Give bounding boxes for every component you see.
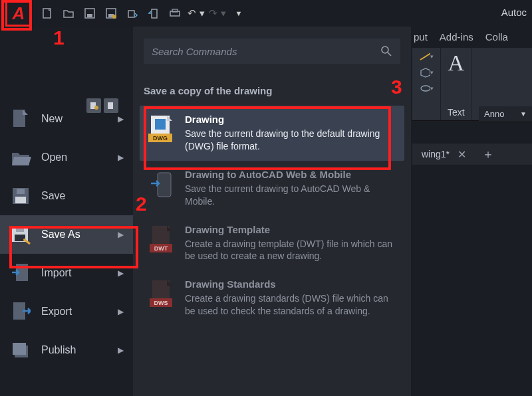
- document-tab[interactable]: wing1* ✕: [416, 146, 471, 163]
- menu-label: Export: [41, 306, 72, 318]
- section-tool-icon[interactable]: ▾: [419, 82, 434, 94]
- undo-icon[interactable]: ↶ ▾: [188, 5, 205, 22]
- document-tabs: wing1* ✕ ＋: [412, 144, 532, 165]
- submenu-list: DWG Drawing Save the current drawing to …: [133, 106, 411, 332]
- save-icon[interactable]: [81, 5, 98, 22]
- svg-rect-20: [16, 227, 24, 232]
- document-tab-label: wing1*: [422, 149, 450, 159]
- svg-rect-31: [155, 119, 166, 130]
- text-tool-icon[interactable]: A: [448, 50, 465, 76]
- line-tool-icon[interactable]: ▾: [419, 50, 434, 62]
- sub-item-title: Drawing Standards: [185, 278, 396, 290]
- chevron-right-icon: ▶: [118, 114, 124, 124]
- saveas-template[interactable]: DWT Drawing Template Create a drawing te…: [140, 216, 404, 271]
- quick-access-toolbar: A ↶ ▾ ↷ ▾ ▼: [0, 0, 532, 27]
- dwt-file-icon: DWT: [148, 224, 176, 256]
- tab-collaborate[interactable]: Colla: [485, 31, 508, 43]
- qat-dropdown-icon[interactable]: ▼: [230, 5, 247, 22]
- publish-icon: [9, 339, 32, 361]
- app-title-fragment: Autoc: [501, 7, 527, 18]
- saveas-drawing[interactable]: DWG Drawing Save the current drawing to …: [140, 106, 404, 161]
- submenu-header: Save a copy of the drawing: [144, 85, 400, 96]
- menu-export[interactable]: Export ▶: [0, 292, 133, 331]
- svg-rect-6: [128, 11, 134, 17]
- svg-line-27: [388, 52, 391, 56]
- menu-label: Publish: [41, 344, 76, 356]
- svg-rect-17: [17, 189, 25, 194]
- chevron-right-icon: ▶: [118, 307, 124, 316]
- menu-import[interactable]: Import ▶: [0, 254, 133, 292]
- chevron-right-icon: ▶: [118, 230, 124, 239]
- svg-line-10: [420, 53, 430, 60]
- svg-point-26: [382, 47, 388, 53]
- menu-label: Save As: [41, 229, 80, 241]
- svg-text:DWT: DWT: [154, 245, 168, 252]
- saveas-standards[interactable]: DWS Drawing Standards Create a drawing s…: [140, 270, 404, 326]
- dws-file-icon: DWS: [148, 278, 176, 310]
- cloud-save-icon[interactable]: [124, 5, 141, 22]
- application-menu: New ▶ Open ▶ Save Save As ▶ Import ▶ Exp…: [0, 27, 411, 396]
- sub-item-title: Drawing Template: [185, 224, 396, 235]
- tab-output[interactable]: put: [414, 31, 428, 43]
- sub-item-desc: Create a drawing template (DWT) file in …: [185, 238, 396, 263]
- search-placeholder: Search Commands: [152, 46, 237, 57]
- menu-open[interactable]: Open ▶: [0, 138, 133, 177]
- floppy-saveas-icon: [9, 223, 32, 246]
- open-folder-icon[interactable]: [60, 5, 77, 22]
- chevron-right-icon: ▶: [118, 153, 124, 162]
- search-icon: [380, 45, 392, 57]
- menu-label: Open: [41, 151, 67, 163]
- svg-rect-2: [87, 14, 92, 17]
- svg-rect-16: [15, 197, 26, 203]
- plot-icon[interactable]: [166, 5, 184, 22]
- sub-item-title: Drawing to AutoCAD Web & Mobile: [185, 169, 396, 180]
- app-menu-right: Search Commands Save a copy of the drawi…: [133, 27, 411, 396]
- svg-text:DWG: DWG: [153, 135, 168, 142]
- mobile-icon: [148, 169, 176, 201]
- menu-publish[interactable]: Publish ▶: [0, 331, 133, 369]
- tab-addins[interactable]: Add-ins: [440, 31, 473, 43]
- floppy-save-icon: [9, 185, 32, 207]
- sub-item-desc: Create a drawing standards (DWS) file wh…: [185, 292, 396, 318]
- chevron-right-icon: ▶: [118, 268, 124, 278]
- app-menu-left: New ▶ Open ▶ Save Save As ▶ Import ▶ Exp…: [0, 27, 133, 396]
- sub-item-desc: Save the current drawing to the default …: [185, 128, 396, 153]
- close-icon[interactable]: ✕: [458, 148, 466, 161]
- menu-label: Save: [41, 190, 65, 202]
- svg-text:DWS: DWS: [154, 300, 168, 306]
- new-tab-button[interactable]: ＋: [477, 146, 499, 162]
- menu-label: Import: [41, 267, 71, 279]
- svg-rect-32: [158, 173, 171, 197]
- new-icon[interactable]: [39, 5, 56, 22]
- ribbon-panel-title[interactable]: Anno▼: [479, 106, 532, 122]
- import-icon: [9, 262, 32, 284]
- redo-icon[interactable]: ↷ ▾: [209, 5, 226, 22]
- box-tool-icon[interactable]: ▾: [419, 66, 434, 78]
- svg-point-5: [112, 15, 116, 19]
- saveas-web-mobile[interactable]: Drawing to AutoCAD Web & Mobile Save the…: [140, 161, 404, 216]
- menu-save[interactable]: Save: [0, 177, 133, 215]
- folder-open-icon: [9, 146, 32, 169]
- saveas-icon[interactable]: [102, 5, 120, 22]
- file-new-icon: [9, 108, 32, 130]
- svg-point-21: [23, 239, 26, 241]
- menu-saveas[interactable]: Save As ▶: [0, 215, 133, 254]
- svg-rect-25: [13, 343, 26, 355]
- menu-label: New: [41, 113, 63, 125]
- menu-new[interactable]: New ▶: [0, 100, 133, 138]
- app-logo[interactable]: A: [5, 0, 32, 27]
- svg-rect-7: [152, 9, 157, 18]
- dwg-file-icon: DWG: [148, 114, 176, 146]
- ribbon-tabs: put Add-ins Colla: [411, 27, 532, 47]
- sub-item-desc: Save the current drawing to AutoCAD Web …: [185, 183, 396, 208]
- sub-item-title: Drawing: [185, 114, 396, 125]
- search-commands-input[interactable]: Search Commands: [144, 39, 400, 64]
- chevron-right-icon: ▶: [118, 346, 124, 355]
- export-icon: [9, 300, 32, 323]
- text-tool-label: Text: [448, 107, 465, 118]
- cloud-open-icon[interactable]: [145, 5, 162, 22]
